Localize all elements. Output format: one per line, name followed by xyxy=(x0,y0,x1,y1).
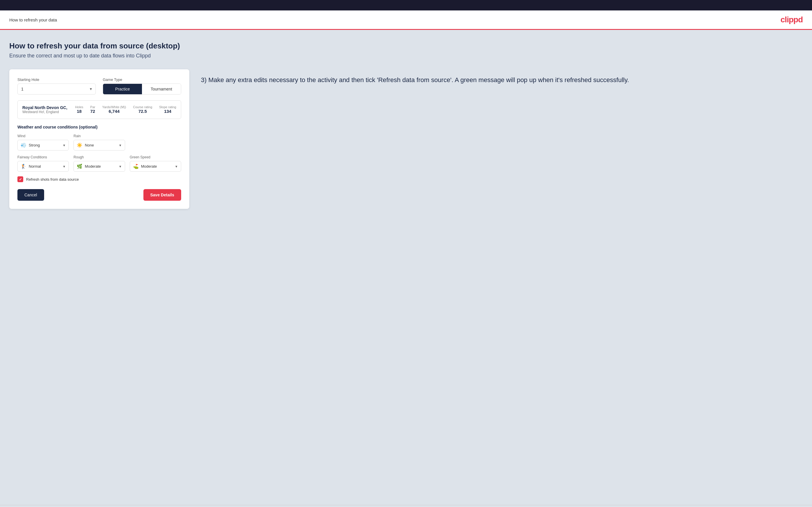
tournament-button[interactable]: Tournament xyxy=(142,84,181,94)
description-text: 3) Make any extra edits necessary to the… xyxy=(201,75,803,85)
rough-label: Rough xyxy=(73,155,125,159)
form-panel: Starting Hole 1 10 ▼ Game Type Practice … xyxy=(9,69,189,209)
course-name: Royal North Devon GC, xyxy=(22,105,69,110)
fairway-icon: 🏌 xyxy=(20,164,27,169)
yards-value: 6,744 xyxy=(109,109,119,114)
top-bar xyxy=(0,0,812,10)
wind-label: Wind xyxy=(17,134,69,138)
starting-hole-select[interactable]: 1 10 xyxy=(18,84,96,94)
content-area: Starting Hole 1 10 ▼ Game Type Practice … xyxy=(9,69,803,209)
main-content: How to refresh your data from source (de… xyxy=(0,30,812,505)
game-type-buttons: Practice Tournament xyxy=(103,83,181,95)
rough-group: Rough 🌿 Moderate Light Heavy ▼ xyxy=(73,155,125,172)
rain-select[interactable]: None Light Heavy xyxy=(85,143,116,147)
rain-select-wrapper[interactable]: ☀️ None Light Heavy ▼ xyxy=(73,140,125,151)
practice-button[interactable]: Practice xyxy=(103,84,142,94)
green-speed-icon: ⛳ xyxy=(133,164,139,169)
page-subtitle: Ensure the correct and most up to date d… xyxy=(9,53,803,59)
par-stat: Par 72 xyxy=(90,105,95,114)
slope-rating-stat: Slope rating 134 xyxy=(159,105,176,114)
green-speed-arrow-icon: ▼ xyxy=(175,165,178,168)
breadcrumb: How to refresh your data xyxy=(9,17,57,22)
wind-select[interactable]: Strong Calm Moderate xyxy=(29,143,60,147)
footer: Copyright Clippd 2022 xyxy=(0,505,812,507)
course-stats: Holes 18 Par 72 Yards/White (M)) 6,744 C… xyxy=(75,105,176,114)
wind-icon: 💨 xyxy=(20,143,27,148)
conditions-title: Weather and course conditions (optional) xyxy=(17,125,181,129)
game-type-group: Game Type Practice Tournament xyxy=(103,77,181,95)
fairway-select[interactable]: Normal Soft Hard xyxy=(29,164,60,169)
conditions-row-2: Fairway Conditions 🏌 Normal Soft Hard ▼ … xyxy=(17,155,181,172)
page-title: How to refresh your data from source (de… xyxy=(9,42,803,51)
rain-label: Rain xyxy=(73,134,125,138)
rain-arrow-icon: ▼ xyxy=(119,144,122,147)
course-rating-label: Course rating xyxy=(133,105,152,109)
fairway-label: Fairway Conditions xyxy=(17,155,69,159)
rough-arrow-icon: ▼ xyxy=(119,165,122,168)
wind-arrow-icon: ▼ xyxy=(62,144,66,147)
course-rating-value: 72.5 xyxy=(139,109,147,114)
rain-icon: ☀️ xyxy=(77,143,83,148)
fairway-group: Fairway Conditions 🏌 Normal Soft Hard ▼ xyxy=(17,155,69,172)
rain-group: Rain ☀️ None Light Heavy ▼ xyxy=(73,134,125,151)
rough-icon: 🌿 xyxy=(77,164,83,169)
holes-value: 18 xyxy=(77,109,82,114)
green-speed-label: Green Speed xyxy=(130,155,181,159)
green-speed-select[interactable]: Moderate Slow Fast xyxy=(141,164,172,169)
par-value: 72 xyxy=(90,109,95,114)
course-rating-stat: Course rating 72.5 xyxy=(133,105,152,114)
conditions-row-1: Wind 💨 Strong Calm Moderate ▼ Rain xyxy=(17,134,181,151)
fairway-select-wrapper[interactable]: 🏌 Normal Soft Hard ▼ xyxy=(17,161,69,172)
course-location: Westward Ho!, England xyxy=(22,110,69,114)
form-row-top: Starting Hole 1 10 ▼ Game Type Practice … xyxy=(17,77,181,95)
course-card: Royal North Devon GC, Westward Ho!, Engl… xyxy=(17,100,181,119)
green-speed-select-wrapper[interactable]: ⛳ Moderate Slow Fast ▼ xyxy=(130,161,181,172)
logo: clippd xyxy=(781,15,803,24)
refresh-checkbox[interactable]: ✓ xyxy=(17,176,23,182)
wind-select-wrapper[interactable]: 💨 Strong Calm Moderate ▼ xyxy=(17,140,69,151)
yards-label: Yards/White (M)) xyxy=(102,105,126,109)
save-button[interactable]: Save Details xyxy=(143,189,182,201)
refresh-checkbox-row[interactable]: ✓ Refresh shots from data source xyxy=(17,176,181,182)
starting-hole-group: Starting Hole 1 10 ▼ xyxy=(17,77,96,95)
course-info: Royal North Devon GC, Westward Ho!, Engl… xyxy=(22,105,69,114)
green-speed-group: Green Speed ⛳ Moderate Slow Fast ▼ xyxy=(130,155,181,172)
wind-group: Wind 💨 Strong Calm Moderate ▼ xyxy=(17,134,69,151)
checkmark-icon: ✓ xyxy=(19,177,22,181)
starting-hole-select-wrapper[interactable]: 1 10 ▼ xyxy=(17,83,96,95)
header: How to refresh your data clippd xyxy=(0,10,812,30)
rough-select-wrapper[interactable]: 🌿 Moderate Light Heavy ▼ xyxy=(73,161,125,172)
slope-rating-label: Slope rating xyxy=(159,105,176,109)
holes-label: Holes xyxy=(75,105,83,109)
yards-stat: Yards/White (M)) 6,744 xyxy=(102,105,126,114)
slope-rating-value: 134 xyxy=(164,109,171,114)
fairway-arrow-icon: ▼ xyxy=(62,165,66,168)
description-panel: 3) Make any extra edits necessary to the… xyxy=(201,69,803,85)
starting-hole-label: Starting Hole xyxy=(17,77,96,82)
par-label: Par xyxy=(90,105,95,109)
form-actions: Cancel Save Details xyxy=(17,189,181,201)
holes-stat: Holes 18 xyxy=(75,105,83,114)
refresh-label: Refresh shots from data source xyxy=(26,177,79,181)
rough-select[interactable]: Moderate Light Heavy xyxy=(85,164,116,169)
game-type-label: Game Type xyxy=(103,77,181,82)
cancel-button[interactable]: Cancel xyxy=(17,189,44,201)
